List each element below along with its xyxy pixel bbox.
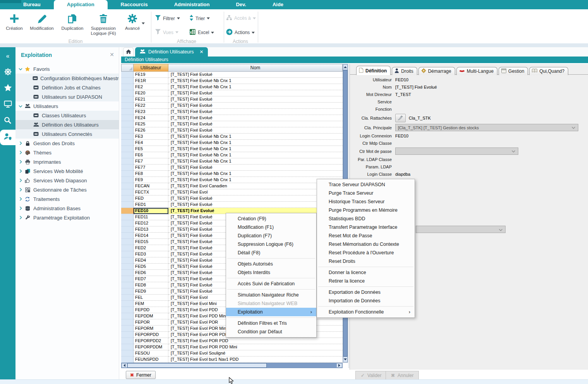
- row-selector[interactable]: [121, 288, 134, 295]
- avance-dropdown-caret[interactable]: [142, 22, 145, 24]
- cell-nom[interactable]: [T_TEST] Fixé Evolué Nb Cnx 1: [168, 152, 343, 158]
- cell-utilisateur[interactable]: FEPDDM: [134, 313, 168, 319]
- row-selector[interactable]: [121, 301, 134, 307]
- rail-search-button[interactable]: [0, 113, 15, 129]
- row-selector[interactable]: [121, 158, 134, 165]
- cell-nom[interactable]: [T_TEST] Fixé Evol bur1 Nav1 PDD: [168, 357, 343, 363]
- table-row[interactable]: FED [T_TEST] Fixé Evolué: [121, 195, 343, 202]
- row-selector[interactable]: [121, 183, 134, 189]
- cell-utilisateur[interactable]: FE22: [134, 103, 168, 109]
- row-selector[interactable]: [121, 357, 134, 363]
- cell-utilisateur[interactable]: FED6: [134, 270, 168, 276]
- cell-utilisateur[interactable]: FED2: [134, 245, 168, 251]
- rail-wheel-button[interactable]: [0, 65, 15, 80]
- submenu-item[interactable]: Reset Mémorisation du Contexte: [317, 240, 415, 249]
- cell-utilisateur[interactable]: FEPDD: [134, 307, 168, 313]
- fermer-button[interactable]: ✖Fermer: [126, 371, 156, 379]
- row-selector[interactable]: [121, 220, 134, 226]
- table-row[interactable]: FE7 [T_TEST] Fixé Evolué Nb Cnx 1: [121, 158, 343, 165]
- chevron-down-icon[interactable]: [18, 105, 23, 108]
- select-all-corner[interactable]: [121, 64, 134, 72]
- submenu-item[interactable]: Historique Traces Serveur: [317, 197, 415, 206]
- context-menu-item[interactable]: Exploitation ›: [226, 308, 316, 316]
- cell-nom[interactable]: [T_TEST] Fixé Evol POR PDD: [168, 338, 343, 344]
- row-selector[interactable]: [121, 251, 134, 257]
- cell-nom[interactable]: [T_TEST] Fixé Evolué: [168, 96, 343, 103]
- row-selector[interactable]: [121, 245, 134, 251]
- field-value[interactable]: diapdba: [395, 172, 410, 177]
- cell-nom[interactable]: [T_TEST] Fixé Evolué: [168, 165, 343, 171]
- row-selector[interactable]: [121, 276, 134, 282]
- chevron-right-icon[interactable]: [18, 151, 23, 154]
- cell-utilisateur[interactable]: FEPORPDD2: [134, 338, 168, 344]
- cell-utilisateur[interactable]: FED: [134, 195, 168, 202]
- row-selector[interactable]: [121, 96, 134, 103]
- cell-nom[interactable]: [T_TEST] Fixé Evolué: [168, 127, 343, 134]
- cell-utilisateur[interactable]: FESOU: [134, 350, 168, 357]
- row-selector[interactable]: [121, 115, 134, 121]
- cell-nom[interactable]: [T_TEST] Fixé Evol Souligné: [168, 350, 343, 357]
- row-selector[interactable]: [121, 189, 134, 195]
- submenu-item[interactable]: Purge Trace Serveur: [317, 189, 415, 197]
- table-row[interactable]: FE8 [T_TEST] Fixé Evolué Nb Cnx 1: [121, 171, 343, 177]
- row-selector[interactable]: [121, 350, 134, 357]
- context-menu-item[interactable]: Accès Suivi de Fabrication: [226, 279, 316, 288]
- chevron-right-icon[interactable]: [18, 197, 23, 201]
- cell-nom[interactable]: [T_TEST] Fixé Evolué: [168, 90, 343, 96]
- cell-nom[interactable]: [T_TEST] Fixé Evolué Nb Cnx 1: [168, 78, 343, 84]
- context-menu-item[interactable]: Définition Filtres et Tris: [226, 319, 316, 327]
- chevron-right-icon[interactable]: [18, 216, 23, 219]
- chevron-right-icon[interactable]: [18, 178, 23, 182]
- row-selector[interactable]: [121, 140, 134, 146]
- chevron-right-icon[interactable]: [18, 160, 23, 164]
- cell-utilisateur[interactable]: FEUNSPDD: [134, 357, 168, 363]
- scroll-up-button[interactable]: [343, 64, 348, 70]
- submenu-item[interactable]: Statistiques BDD: [317, 214, 415, 223]
- row-selector[interactable]: [121, 103, 134, 109]
- submenu-item[interactable]: Purge Programmes en Mémoire: [317, 206, 415, 214]
- cell-utilisateur[interactable]: FEPORM: [134, 326, 168, 332]
- table-row[interactable]: FEUNSPDD [T_TEST] Fixé Evol bur1 Nav1 PD…: [121, 357, 343, 363]
- row-selector[interactable]: [121, 165, 134, 171]
- cell-nom[interactable]: [T_TEST] Fixé Evolué Nb Cnx 1: [168, 158, 343, 165]
- row-selector[interactable]: [121, 270, 134, 276]
- cell-utilisateur[interactable]: FED14: [134, 233, 168, 239]
- actions-button[interactable]: Actions: [226, 29, 255, 36]
- cell-utilisateur[interactable]: FE23: [134, 109, 168, 115]
- chevron-right-icon[interactable]: [18, 141, 23, 145]
- collapse-sidebar-button[interactable]: «: [0, 48, 15, 64]
- cell-utilisateur[interactable]: FED7: [134, 276, 168, 282]
- chevron-right-icon[interactable]: [18, 188, 23, 192]
- row-selector[interactable]: [121, 332, 134, 338]
- submenu-item[interactable]: Donner la licence: [317, 268, 415, 277]
- duplication-button[interactable]: Duplication: [59, 12, 86, 31]
- submenu-item[interactable]: Transfert Parametrage Interface: [317, 223, 415, 231]
- cell-nom[interactable]: [T_TEST] Fixé Evolué Nb Cnx 1: [168, 140, 343, 146]
- rail-users-button[interactable]: [0, 130, 15, 145]
- detail-tab[interactable]: Définition: [356, 66, 391, 75]
- cell-nom[interactable]: [T_TEST] Fixé Evolué: [168, 121, 343, 127]
- column-header-nom[interactable]: Nom: [168, 64, 343, 72]
- tab-close-icon[interactable]: ✕: [199, 49, 203, 55]
- context-menu-item[interactable]: Simulation Navigateur Riche: [226, 291, 316, 299]
- table-row[interactable]: FE9 [T_TEST] Fixé Evolué Nb Cnx 1: [121, 177, 343, 183]
- context-menu-item[interactable]: Objets Autorisés: [226, 260, 316, 268]
- submenu-item[interactable]: Exploitation Fonctionnelle ›: [317, 308, 415, 316]
- cell-utilisateur[interactable]: FE3: [134, 134, 168, 140]
- excel-button[interactable]: x Excel: [189, 29, 214, 36]
- tree-item[interactable]: Favoris: [15, 64, 119, 74]
- row-selector[interactable]: [121, 282, 134, 288]
- cell-utilisateur[interactable]: FE6: [134, 152, 168, 158]
- table-row[interactable]: FED1 [T_TEST] Fixé Evolué: [121, 202, 343, 208]
- cell-nom[interactable]: [T_TEST] Fixé Evolué: [168, 109, 343, 115]
- cell-utilisateur[interactable]: FE2: [134, 84, 168, 90]
- table-row[interactable]: FE20 [T_TEST] Fixé Evolué: [121, 90, 343, 96]
- field-value[interactable]: [T_TEST] Fixé Evolué: [395, 85, 437, 89]
- row-selector[interactable]: [121, 171, 134, 177]
- cell-utilisateur[interactable]: FE77: [134, 165, 168, 171]
- context-menu-item[interactable]: Création (F9): [226, 214, 316, 223]
- cell-utilisateur[interactable]: FE9: [134, 177, 168, 183]
- tree-item[interactable]: Gestionnaire de Tâches: [15, 185, 119, 194]
- rail-favorites-button[interactable]: [0, 81, 15, 96]
- tree-item[interactable]: Imprimantes: [15, 157, 119, 166]
